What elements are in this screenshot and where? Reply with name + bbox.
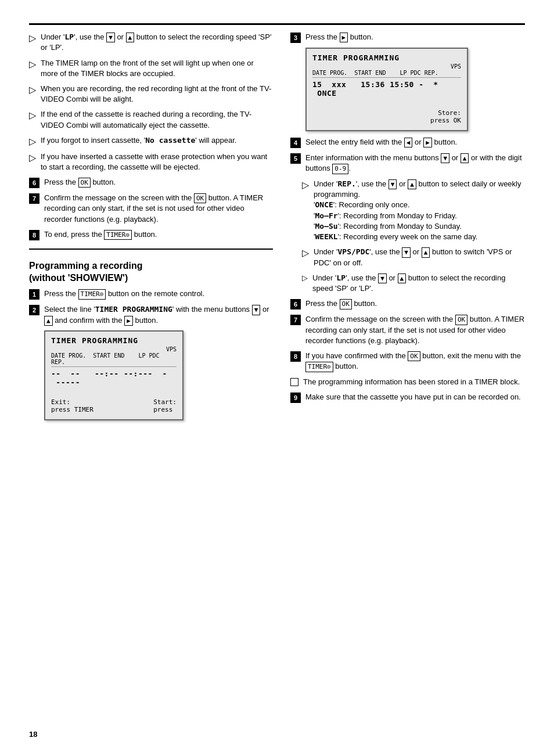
arrow-right-icon: ▷ [29,136,36,147]
list-item: ▷ If the end of the cassette is reached … [29,109,273,130]
timer-data-row: -- -- --:-- --:--- - ----- [51,369,177,387]
numbered-item: 1 Press the TIMER⊙ button on the remote … [29,289,273,300]
list-item: ▷ If you forgot to insert cassette, 'No … [29,135,273,147]
numbered-item: 8 To end, press the TIMER⊙ button. [29,229,273,240]
step-number: 6 [290,299,301,309]
timer-programming-box-1: TIMER PROGRAMMING VPS DATE PROG. START E… [44,330,184,420]
step-text: Press the OK button. [305,298,525,309]
arrow-right-icon: ▷ [29,59,36,70]
main-columns: ▷ Under 'LP', use the ▼ or ▲ button to s… [29,32,525,425]
step-text: Enter information with the menu buttons … [305,153,525,174]
timer-programming-box-2: TIMER PROGRAMMING VPS DATE PROG. START E… [305,48,468,131]
step-number: 7 [290,315,301,325]
step-text: Select the entry field with the ◀ or ▶ b… [305,137,525,147]
section-title-line1: Programming a recording [29,261,143,271]
timer-header: DATE PROG. START END LP PDC REP. [51,352,177,367]
step-number: 5 [290,153,301,164]
step-number: 9 [290,393,301,403]
numbered-item: 7 Confirm the message on the screen with… [290,314,525,346]
section-title: Programming a recording (without 'SHOWVI… [29,260,273,285]
numbered-item: 5 Enter information with the menu button… [290,153,525,174]
step-text: Press the ▶ button. [305,32,525,42]
list-item: ▷ Under 'LP', use the ▼ or ▲ button to s… [302,273,525,294]
timer-header: DATE PROG. START END LP PDC REP. [312,70,461,78]
bullet-text: Under 'VPS/PDC', use the ▼ or ▲ button t… [314,247,525,268]
arrow-right-icon: ▷ [29,84,36,95]
numbered-item: 8 If you have confirmed with the OK butt… [290,351,525,372]
arrow-right-icon: ▷ [29,110,36,121]
numbered-item: 4 Select the entry field with the ◀ or ▶… [290,137,525,148]
bullet-text: When you are recording, the red recordin… [41,84,273,105]
step-text: Confirm the message on the screen with t… [305,314,525,346]
timer-box-title: TIMER PROGRAMMING [312,53,461,62]
timer-footer: Exit:press TIMER Start:press [51,398,177,413]
checkbox-item: The programming information has been sto… [290,377,525,387]
top-rule [29,23,525,25]
timer-vps-label: VPS [51,346,177,352]
bullet-text: If the end of the cassette is reached du… [41,109,273,130]
numbered-item: 7 Confirm the message on the screen with… [29,193,273,225]
timer-header-text: DATE PROG. START END LP PDC REP. [312,70,438,76]
bullet-text: If you have inserted a cassette with era… [41,152,273,172]
numbered-item: 6 Press the OK button. [290,298,525,309]
right-column: 3 Press the ▶ button. TIMER PROGRAMMING … [290,32,525,425]
checkbox-text: The programming information has been sto… [303,377,525,387]
list-item: ▷ Under 'REP.', use the ▼ or ▲ button to… [302,179,525,242]
step-number: 7 [29,193,39,204]
section-divider [29,249,273,250]
bullet-text: Under 'LP', use the ▼ or ▲ button to sel… [41,32,273,53]
step-number: 6 [29,178,39,188]
arrow-right-icon: ▷ [29,33,36,44]
bullet-text: Under 'LP', use the ▼ or ▲ button to sel… [312,273,525,294]
step-text: Make sure that the cassette you have put… [305,392,525,402]
section-title-line2: (without 'SHOWVIEW') [29,273,128,283]
step-text: Press the OK button. [44,177,273,188]
arrow-right-icon: ▷ [29,152,36,163]
step-text: If you have confirmed with the OK button… [305,351,525,372]
numbered-item: 3 Press the ▶ button. [290,32,525,43]
list-item: ▷ The TIMER lamp on the front of the set… [29,58,273,79]
timer-header-text: DATE PROG. START END LP PDC REP. [51,352,177,365]
page: ▷ Under 'LP', use the ▼ or ▲ button to s… [0,0,554,756]
bullet-text: Under 'REP.', use the ▼ or ▲ button to s… [314,179,525,242]
list-item: ▷ Under 'VPS/PDC', use the ▼ or ▲ button… [302,247,525,268]
numbered-item: 9 Make sure that the cassette you have p… [290,392,525,403]
step-number: 8 [29,230,39,240]
arrow-right-icon: ▷ [302,247,309,258]
timer-footer-exit: Exit:press TIMER [51,398,93,413]
timer-footer: Store:press OK [312,109,461,124]
arrow-right-icon: ▷ [302,273,308,282]
numbered-item: 2 Select the line 'TIMER PROGRAMMING' wi… [29,304,273,326]
list-item: ▷ Under 'LP', use the ▼ or ▲ button to s… [29,32,273,53]
step-number: 4 [290,138,301,148]
step-number: 2 [29,305,39,315]
arrow-right-icon: ▷ [302,179,309,190]
numbered-item: 6 Press the OK button. [29,177,273,188]
step-text: Confirm the message on the screen with t… [44,193,273,225]
timer-data-row: 15 xxx 15:36 15:50 - * ONCE [312,80,461,98]
list-item: ▷ When you are recording, the red record… [29,84,273,105]
bullet-text: If you forgot to insert cassette, 'No ca… [41,135,236,146]
step-number: 8 [290,351,301,362]
checkbox-icon [290,378,298,386]
step-text: Select the line 'TIMER PROGRAMMING' with… [44,304,273,326]
page-number: 18 [29,730,37,739]
step-number: 1 [29,289,39,300]
timer-box-title: TIMER PROGRAMMING [51,336,177,345]
left-column: ▷ Under 'LP', use the ▼ or ▲ button to s… [29,32,273,425]
list-item: ▷ If you have inserted a cassette with e… [29,152,273,172]
timer-vps-label: VPS [312,63,461,70]
step-text: To end, press the TIMER⊙ button. [44,229,273,240]
step-number: 3 [290,33,301,43]
bullet-text: The TIMER lamp on the front of the set w… [41,58,273,79]
step-text: Press the TIMER⊙ button on the remote co… [44,289,273,299]
timer-footer-start: Start:press [153,398,177,413]
